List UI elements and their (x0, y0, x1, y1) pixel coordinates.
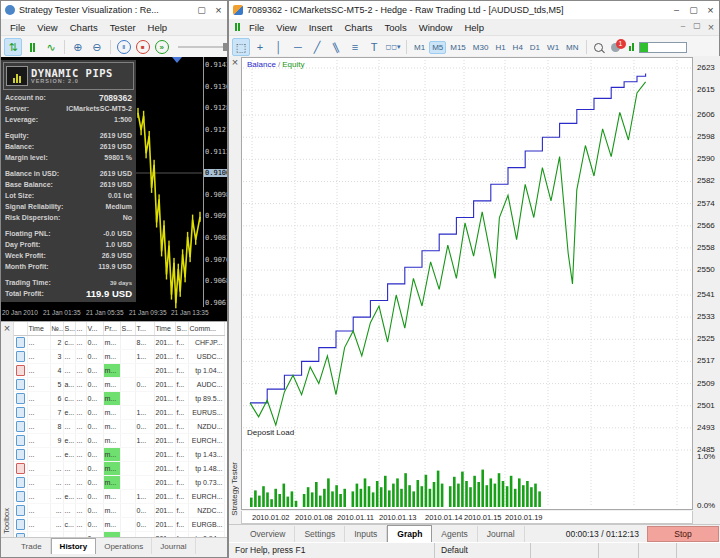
table-row[interactable]: ...3......0...m...1...201...f...USDC... (14, 350, 224, 364)
stop-icon[interactable]: ■ (134, 38, 152, 56)
menu-charts[interactable]: Charts (339, 21, 379, 34)
maximize-icon[interactable] (193, 1, 210, 18)
menu-charts[interactable]: Charts (64, 21, 104, 34)
chart-close-icon[interactable] (705, 21, 717, 33)
tester-tab-journal[interactable]: Journal (478, 526, 525, 542)
timeframe-w1[interactable]: W1 (544, 41, 562, 54)
chart-minimize-icon[interactable] (677, 21, 689, 33)
table-row[interactable]: ...6c......0...m...201...f...tp 89.5... (14, 392, 224, 406)
timeframe-h4[interactable]: H4 (510, 41, 526, 54)
stop-button[interactable]: Stop (647, 526, 719, 542)
terminal-titlebar[interactable]: 7089362 - ICMarketsSC-MT5-2 - Hedge - Ra… (229, 1, 719, 19)
table-row[interactable]: ...4......0...m...201...f...tp 1.04... (14, 364, 224, 378)
tab-trade[interactable]: Trade (13, 538, 51, 554)
column-header[interactable]: Time (154, 322, 175, 336)
column-header[interactable]: №... (50, 322, 63, 336)
fast-forward-icon[interactable]: » (153, 38, 171, 56)
line-chart-icon[interactable]: ∿ (42, 38, 60, 56)
column-header[interactable]: S... (120, 322, 135, 336)
vertical-line-icon[interactable]: │ (270, 38, 288, 56)
crosshair-icon[interactable]: + (251, 38, 269, 56)
timeframe-m5[interactable]: M5 (429, 41, 446, 54)
column-header[interactable]: V... (86, 322, 103, 336)
visualizer-titlebar[interactable]: Strategy Tester Visualization : Re... (1, 1, 227, 19)
menu-insert[interactable]: Insert (303, 21, 339, 34)
tick-chart-icon[interactable]: ⇅ (4, 38, 22, 56)
pause-icon[interactable]: ‖ (115, 38, 133, 56)
minimize-icon[interactable] (668, 1, 685, 18)
menu-window[interactable]: Window (413, 21, 459, 34)
table-row[interactable]: ...9e......0...m...1...201...f...EURCH..… (14, 434, 224, 448)
table-cell: f... (175, 406, 188, 420)
table-row[interactable]: ...8......0...m...0...201...f...NZDU... (14, 420, 224, 434)
close-icon[interactable] (230, 57, 240, 67)
table-row[interactable]: ............0...m...201...f...tp 0.73... (14, 476, 224, 490)
menu-tools[interactable]: Tools (378, 21, 412, 34)
table-cell: 0... (135, 504, 154, 518)
timeframe-h1[interactable]: H1 (492, 41, 508, 54)
tester-tab-graph[interactable]: Graph (387, 525, 432, 543)
channel-icon[interactable]: ∥ (327, 38, 345, 56)
tester-graph[interactable]: Balance/Equity Deposit Load (241, 57, 693, 510)
timeframe-m15[interactable]: M15 (447, 41, 469, 54)
table-row[interactable]: ...2c......0...m...8...201...f...CHFJP..… (14, 336, 224, 350)
menu-tester[interactable]: Tester (104, 21, 142, 34)
candlestick-chart-icon[interactable] (23, 38, 41, 56)
menu-file[interactable]: File (243, 21, 270, 34)
menu-help[interactable]: Help (142, 21, 174, 34)
tab-history[interactable]: History (51, 538, 97, 554)
column-header-icon[interactable] (14, 322, 27, 336)
table-row[interactable]: ............0...m...0...201...f...NZDC..… (14, 504, 224, 518)
trendline-icon[interactable]: ╱ (308, 38, 326, 56)
visualizer-chart[interactable]: DYNAMIC PIPS VERSION: 2.0 Account no:708… (1, 57, 227, 321)
column-header[interactable]: ... (75, 322, 86, 336)
table-row[interactable]: ...5a......0...m...0...201...f...AUDC... (14, 378, 224, 392)
tab-journal[interactable]: Journal (152, 538, 195, 554)
terminal-title: 7089362 - ICMarketsSC-MT5-2 - Hedge - Ra… (247, 5, 564, 15)
timeframe-m1[interactable]: M1 (411, 41, 428, 54)
speed-slider-thumb[interactable] (223, 43, 227, 51)
tester-tab-agents[interactable]: Agents (432, 526, 477, 542)
chart-window-icon[interactable] (235, 23, 240, 31)
timeframe-mn[interactable]: MN (563, 41, 581, 54)
table-row[interactable]: ......c......0...m...0...201...f...EURGB… (14, 518, 224, 532)
ea-value: 59801 % (104, 154, 132, 161)
column-header[interactable]: T... (135, 322, 154, 336)
menu-view[interactable]: View (270, 21, 302, 34)
close-icon[interactable] (702, 1, 719, 18)
horizontal-line-icon[interactable]: ─ (289, 38, 307, 56)
tab-operations[interactable]: Operations (96, 538, 152, 554)
maximize-icon[interactable] (685, 1, 702, 18)
menu-view[interactable]: View (31, 21, 63, 34)
tester-tab-overview[interactable]: Overview (241, 526, 295, 542)
notifications-icon[interactable]: 1 (611, 43, 620, 52)
column-header[interactable]: Comm... (188, 322, 224, 336)
search-icon[interactable] (594, 43, 603, 52)
deposit-load-bar (522, 485, 525, 507)
close-icon[interactable] (210, 1, 227, 18)
tester-tab-inputs[interactable]: Inputs (345, 526, 387, 542)
zoom-in-icon[interactable]: ⊕ (69, 38, 87, 56)
menu-file[interactable]: File (4, 21, 31, 34)
timeframe-m30[interactable]: M30 (470, 41, 492, 54)
column-header[interactable]: Time (27, 322, 50, 336)
chart-restore-icon[interactable] (691, 21, 703, 33)
table-row[interactable]: ...7e......0...m...1...201...f...EURUS..… (14, 406, 224, 420)
column-header[interactable]: Pr... (103, 322, 120, 336)
menu-help[interactable]: Help (458, 21, 490, 34)
column-header[interactable]: S... (175, 322, 188, 336)
objects-icon[interactable]: ◻◻▾ (384, 38, 402, 56)
timeframe-d1[interactable]: D1 (527, 41, 543, 54)
table-row[interactable]: ............0...m...201...f...tp 1.48... (14, 462, 224, 476)
table-row[interactable]: ......e......0...m...1...201...f...EURCH… (14, 490, 224, 504)
close-icon[interactable] (2, 323, 12, 333)
cursor-icon[interactable]: ⬚ (232, 38, 250, 56)
tester-tab-settings[interactable]: Settings (295, 526, 345, 542)
fibonacci-icon[interactable]: ≡ (346, 38, 364, 56)
column-header[interactable]: S... (63, 322, 75, 336)
text-icon[interactable]: T (365, 38, 383, 56)
table-row[interactable]: ......e......0...m...201...f...tp 1.43..… (14, 448, 224, 462)
zoom-out-icon[interactable]: ⊖ (88, 38, 106, 56)
speed-slider[interactable] (178, 46, 227, 48)
algo-trading-icon[interactable] (629, 43, 634, 51)
